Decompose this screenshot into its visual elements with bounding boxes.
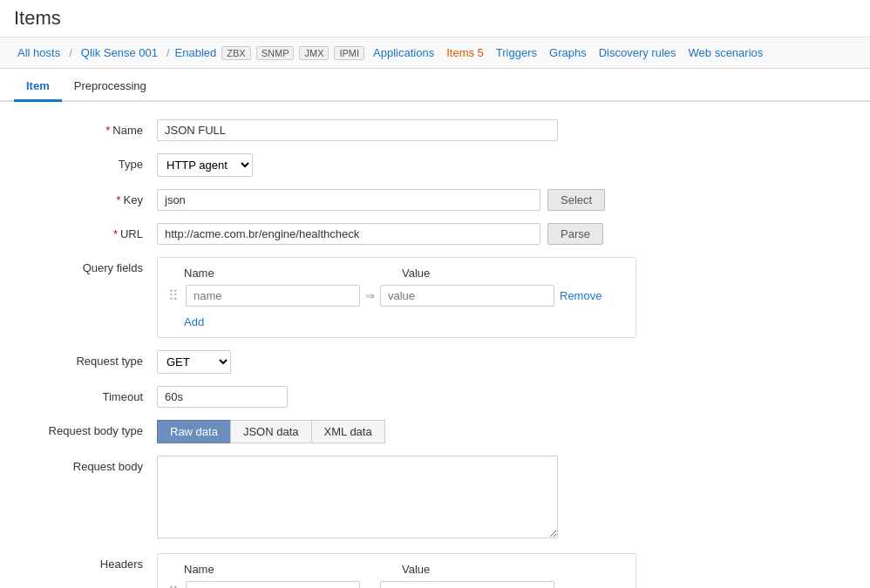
label-query-fields: Query fields [17, 257, 157, 274]
tab-preprocessing[interactable]: Preprocessing [62, 72, 159, 102]
url-row: Parse [157, 223, 853, 245]
header-name-input[interactable] [186, 581, 360, 588]
nav-applications[interactable]: Applications [370, 44, 438, 61]
control-type: HTTP agent Zabbix agent SNMP JMX IPMI [157, 153, 853, 177]
badge-jmx: JMX [299, 46, 329, 60]
tab-item[interactable]: Item [14, 72, 62, 102]
row-request-type: Request type GET POST PUT DELETE HEAD PA… [0, 350, 870, 374]
control-query-fields: Name Value ⠿ ⇒ Remove Add [157, 257, 853, 338]
query-fields-row: ⠿ ⇒ Remove [167, 285, 627, 307]
body-type-raw[interactable]: Raw data [157, 420, 231, 443]
row-headers: Headers Name Value ⠿ ⇒ Remove Add [0, 553, 870, 588]
timeout-input[interactable] [157, 386, 288, 408]
headers-table: Name Value ⠿ ⇒ Remove Add [157, 553, 636, 588]
headers-col-value-header: Value [402, 563, 594, 576]
status-enabled: Enabled [175, 46, 217, 59]
nav-bar: All hosts / Qlik Sense 001 / Enabled ZBX… [0, 37, 870, 69]
nav-triggers[interactable]: Triggers [493, 44, 540, 61]
nav-discovery-rules[interactable]: Discovery rules [595, 44, 680, 61]
badge-zbx: ZBX [221, 46, 250, 60]
nav-graphs[interactable]: Graphs [546, 44, 590, 61]
query-remove-link[interactable]: Remove [560, 289, 602, 302]
headers-header: Name Value [167, 563, 627, 576]
query-fields-table: Name Value ⠿ ⇒ Remove Add [157, 257, 636, 338]
page-title: Items [0, 0, 870, 37]
control-request-body-type: Raw data JSON data XML data [157, 420, 853, 443]
query-name-input[interactable] [186, 285, 360, 307]
label-name: *Name [17, 119, 157, 137]
breadcrumb-all-hosts[interactable]: All hosts [14, 44, 64, 61]
required-asterisk-url: * [113, 227, 118, 240]
control-key: Select [157, 189, 853, 211]
row-timeout: Timeout [0, 386, 870, 408]
query-arrow: ⇒ [365, 289, 375, 302]
breadcrumb-sep-1: / [69, 46, 72, 59]
row-url: *URL Parse [0, 223, 870, 245]
label-request-body-type: Request body type [17, 420, 157, 437]
form-area: *Name Type HTTP agent Zabbix agent SNMP … [0, 102, 870, 588]
url-input[interactable] [157, 223, 540, 245]
header-value-input[interactable] [380, 581, 554, 588]
key-row: Select [157, 189, 853, 211]
headers-col-name-header: Name [184, 563, 376, 576]
label-headers: Headers [17, 553, 157, 571]
request-body-textarea[interactable] [157, 456, 558, 538]
header-row: ⠿ ⇒ Remove [167, 581, 627, 588]
query-add-link[interactable]: Add [184, 315, 204, 328]
label-url: *URL [17, 223, 157, 240]
control-name [157, 119, 853, 141]
badge-snmp: SNMP [256, 46, 295, 60]
label-key: *Key [17, 189, 157, 206]
label-type: Type [17, 153, 157, 171]
row-request-body-type: Request body type Raw data JSON data XML… [0, 420, 870, 443]
row-type: Type HTTP agent Zabbix agent SNMP JMX IP… [0, 153, 870, 177]
query-fields-header: Name Value [167, 267, 627, 280]
tabs: Item Preprocessing [0, 72, 870, 102]
query-col-value-header: Value [402, 267, 594, 280]
control-request-type: GET POST PUT DELETE HEAD PATCH [157, 350, 853, 374]
control-timeout [157, 386, 853, 408]
drag-handle-header[interactable]: ⠿ [167, 584, 180, 588]
key-input[interactable] [157, 189, 540, 211]
body-type-json[interactable]: JSON data [230, 420, 312, 443]
breadcrumb-sep-2: / [167, 46, 170, 59]
control-request-body [157, 456, 853, 541]
control-headers: Name Value ⠿ ⇒ Remove Add [157, 553, 853, 588]
label-timeout: Timeout [17, 386, 157, 403]
required-asterisk-key: * [117, 193, 121, 206]
required-asterisk-name: * [105, 124, 110, 137]
drag-handle-query[interactable]: ⠿ [167, 287, 180, 304]
name-input[interactable] [157, 119, 558, 141]
label-request-body: Request body [17, 456, 157, 473]
body-type-xml[interactable]: XML data [311, 420, 385, 443]
nav-items[interactable]: Items 5 [443, 44, 487, 61]
body-type-group: Raw data JSON data XML data [157, 420, 853, 443]
row-query-fields: Query fields Name Value ⠿ ⇒ Remove Add [0, 257, 870, 338]
query-col-name-header: Name [184, 267, 376, 280]
row-key: *Key Select [0, 189, 870, 211]
row-name: *Name [0, 119, 870, 141]
request-type-select[interactable]: GET POST PUT DELETE HEAD PATCH [157, 350, 231, 374]
type-select[interactable]: HTTP agent Zabbix agent SNMP JMX IPMI [157, 153, 253, 177]
nav-web-scenarios[interactable]: Web scenarios [685, 44, 767, 61]
control-url: Parse [157, 223, 853, 245]
select-button[interactable]: Select [547, 189, 605, 211]
query-value-input[interactable] [380, 285, 554, 307]
breadcrumb-host[interactable]: Qlik Sense 001 [78, 44, 161, 61]
parse-button[interactable]: Parse [547, 223, 603, 245]
badge-ipmi: IPMI [334, 46, 364, 60]
query-add-container: Add [167, 312, 627, 328]
row-request-body: Request body [0, 456, 870, 541]
label-request-type: Request type [17, 350, 157, 368]
